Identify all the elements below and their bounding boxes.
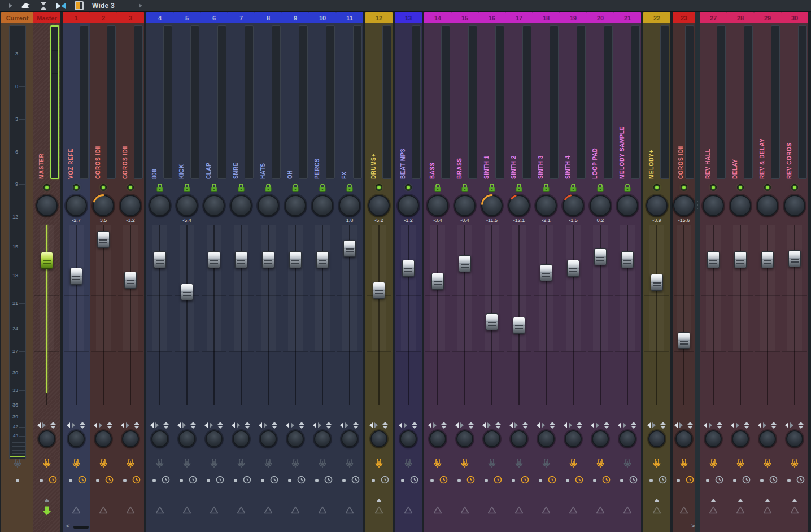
record-arm-icon[interactable] [72, 459, 81, 474]
pan-right-icon[interactable] [374, 422, 378, 428]
stereo-knob[interactable] [370, 430, 387, 447]
stereo-sep-up-icon[interactable] [717, 422, 722, 425]
stereo-sep-down-icon[interactable] [190, 426, 196, 429]
stereo-sep-up-icon[interactable] [382, 422, 388, 425]
pan-left-icon[interactable] [704, 422, 707, 428]
volume-knob[interactable] [66, 195, 87, 216]
mute-led[interactable] [376, 184, 382, 191]
stereo-knob[interactable] [483, 430, 500, 447]
lock-icon[interactable] [596, 183, 604, 195]
track-header-15[interactable]: 15 [451, 12, 478, 23]
latch-dot[interactable] [649, 479, 653, 482]
latch-dot[interactable] [430, 479, 434, 482]
track-header-2[interactable]: 2 [90, 12, 117, 23]
slot-triangle-icon[interactable] [155, 506, 164, 516]
fader-track[interactable] [130, 225, 131, 405]
lock-icon[interactable] [183, 183, 191, 195]
volume-knob[interactable] [617, 195, 638, 216]
stereo-knob[interactable] [151, 430, 168, 447]
latch-dot[interactable] [288, 479, 291, 482]
track-header-8[interactable]: 8 [255, 12, 282, 23]
pan-right-icon[interactable] [318, 422, 321, 428]
time-icon[interactable] [410, 476, 418, 486]
stereo-sep-up-icon[interactable] [660, 422, 666, 425]
pan-left-icon[interactable] [369, 422, 373, 428]
pan-right-icon[interactable] [182, 422, 186, 428]
record-arm-icon[interactable] [736, 459, 745, 474]
slot-triangle-icon[interactable] [404, 506, 413, 516]
fader-thumb[interactable] [181, 284, 193, 300]
stereo-knob[interactable] [592, 430, 609, 447]
volume-knob[interactable] [368, 195, 390, 216]
stereo-sep-down-icon[interactable] [245, 426, 250, 429]
stereo-sep-down-icon[interactable] [495, 426, 501, 429]
fader-thumb[interactable] [97, 231, 110, 248]
pan-right-icon[interactable] [42, 422, 46, 428]
fader-thumb[interactable] [621, 251, 634, 268]
latch-dot[interactable] [69, 479, 72, 482]
track-header-27[interactable]: 27 [700, 12, 727, 23]
stereo-sep-up-icon[interactable] [217, 422, 223, 425]
stereo-sep-up-icon[interactable] [744, 422, 749, 425]
fader-thumb[interactable] [788, 250, 801, 267]
pan-right-icon[interactable] [264, 422, 267, 428]
expand-arrow-icon[interactable] [9, 3, 12, 8]
lock-icon[interactable] [515, 183, 523, 195]
time-icon[interactable] [105, 476, 114, 486]
latch-dot[interactable] [760, 479, 764, 482]
stereo-knob[interactable] [429, 430, 446, 447]
lock-icon[interactable] [434, 183, 442, 195]
stereo-sep-up-icon[interactable] [604, 422, 609, 425]
slot-triangle-icon[interactable] [790, 506, 799, 516]
audio-output-arrow[interactable] [42, 506, 51, 518]
pan-right-icon[interactable] [679, 422, 683, 428]
pan-left-icon[interactable] [37, 422, 41, 428]
track-header-12[interactable]: 12 [365, 12, 393, 23]
lock-icon[interactable] [542, 183, 550, 195]
stereo-sep-down-icon[interactable] [353, 426, 359, 429]
stereo-sep-up-icon[interactable] [771, 422, 777, 425]
slot-triangle-icon[interactable] [487, 506, 496, 516]
track-header-7[interactable]: 7 [228, 12, 255, 23]
time-icon[interactable] [132, 476, 141, 486]
record-arm-icon[interactable] [42, 459, 51, 474]
stereo-sep-down-icon[interactable] [326, 426, 332, 429]
volume-knob[interactable] [258, 195, 279, 216]
mute-led[interactable] [791, 184, 798, 191]
pan-left-icon[interactable] [428, 422, 431, 428]
track-header-18[interactable]: 18 [533, 12, 560, 23]
pan-left-icon[interactable] [150, 422, 154, 428]
track-header-19[interactable]: 19 [560, 12, 587, 23]
slot-triangle-icon[interactable] [433, 506, 442, 516]
track-header-6[interactable]: 6 [200, 12, 228, 23]
stereo-knob[interactable] [786, 430, 803, 447]
time-icon[interactable] [521, 476, 529, 486]
volume-knob[interactable] [427, 195, 448, 216]
strip-current-header[interactable]: Current [1, 12, 33, 23]
mute-led[interactable] [73, 184, 80, 191]
pan-right-icon[interactable] [72, 422, 75, 428]
volume-knob[interactable] [230, 195, 252, 216]
time-icon[interactable] [715, 476, 723, 486]
fader-track[interactable] [378, 225, 380, 405]
scrollbar-left-chevron[interactable]: < [66, 522, 69, 529]
slot-triangle-icon[interactable] [652, 506, 661, 516]
time-icon[interactable] [548, 476, 556, 486]
stereo-knob[interactable] [675, 430, 692, 447]
stereo-sep-up-icon[interactable] [798, 422, 804, 425]
mute-led[interactable] [710, 184, 717, 191]
pan-right-icon[interactable] [237, 422, 240, 428]
latch-dot[interactable] [40, 479, 43, 482]
slot-triangle-icon[interactable] [736, 506, 745, 516]
latch-dot[interactable] [401, 479, 404, 482]
slot-triangle-icon[interactable] [318, 506, 327, 516]
latch-dot[interactable] [593, 479, 596, 482]
pan-right-icon[interactable] [291, 422, 294, 428]
slot-triangle-icon[interactable] [569, 506, 578, 516]
latch-dot[interactable] [261, 479, 264, 482]
stereo-sep-up-icon[interactable] [495, 422, 501, 425]
mute-led[interactable] [43, 184, 50, 191]
volume-knob[interactable] [339, 195, 360, 216]
stereo-knob[interactable] [122, 430, 139, 447]
record-arm-icon[interactable] [99, 459, 108, 474]
